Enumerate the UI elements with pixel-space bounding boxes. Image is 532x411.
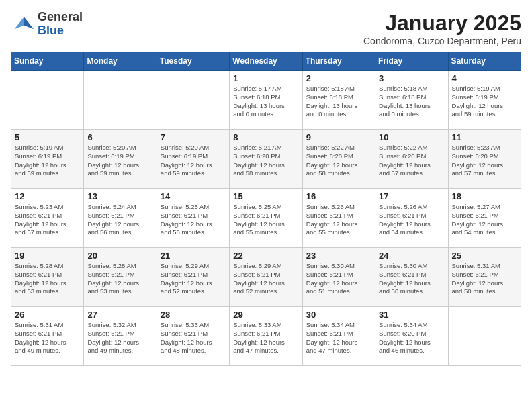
calendar-week-row: 26Sunrise: 5:31 AM Sunset: 6:21 PM Dayli… <box>11 307 521 366</box>
calendar-cell: 20Sunrise: 5:28 AM Sunset: 6:21 PM Dayli… <box>84 248 157 307</box>
day-info: Sunrise: 5:19 AM Sunset: 6:19 PM Dayligh… <box>452 85 517 119</box>
weekday-header: Monday <box>84 52 157 71</box>
day-number: 30 <box>306 310 371 320</box>
calendar-cell: 4Sunrise: 5:19 AM Sunset: 6:19 PM Daylig… <box>448 71 521 130</box>
day-number: 23 <box>306 250 371 261</box>
day-number: 5 <box>15 132 80 142</box>
day-number: 22 <box>233 250 298 261</box>
day-info: Sunrise: 5:34 AM Sunset: 6:21 PM Dayligh… <box>306 321 371 355</box>
calendar-cell: 1Sunrise: 5:17 AM Sunset: 6:18 PM Daylig… <box>230 71 302 130</box>
weekday-header: Thursday <box>302 52 375 71</box>
calendar-title: January 2025 <box>363 11 521 36</box>
day-number: 17 <box>379 191 444 201</box>
calendar-cell: 2Sunrise: 5:18 AM Sunset: 6:18 PM Daylig… <box>302 71 375 130</box>
day-info: Sunrise: 5:24 AM Sunset: 6:21 PM Dayligh… <box>87 203 152 237</box>
calendar-cell: 25Sunrise: 5:31 AM Sunset: 6:21 PM Dayli… <box>448 248 521 307</box>
calendar-cell: 13Sunrise: 5:24 AM Sunset: 6:21 PM Dayli… <box>84 189 157 248</box>
logo-text: General Blue <box>38 11 83 38</box>
day-number: 29 <box>233 310 298 320</box>
day-number: 26 <box>15 310 80 320</box>
day-number: 4 <box>452 73 517 83</box>
calendar-cell: 5Sunrise: 5:19 AM Sunset: 6:19 PM Daylig… <box>11 130 84 189</box>
logo: General Blue <box>11 11 83 38</box>
calendar-week-row: 12Sunrise: 5:23 AM Sunset: 6:21 PM Dayli… <box>11 189 521 248</box>
calendar-cell: 11Sunrise: 5:23 AM Sunset: 6:20 PM Dayli… <box>448 130 521 189</box>
day-info: Sunrise: 5:29 AM Sunset: 6:21 PM Dayligh… <box>161 262 226 296</box>
day-info: Sunrise: 5:31 AM Sunset: 6:21 PM Dayligh… <box>15 321 80 355</box>
day-number: 19 <box>15 250 80 261</box>
day-number: 25 <box>452 250 517 261</box>
day-number: 12 <box>15 191 80 201</box>
weekday-header: Sunday <box>11 52 84 71</box>
day-number: 7 <box>161 132 226 142</box>
calendar-cell: 26Sunrise: 5:31 AM Sunset: 6:21 PM Dayli… <box>11 307 84 366</box>
day-info: Sunrise: 5:19 AM Sunset: 6:19 PM Dayligh… <box>15 144 80 178</box>
calendar-cell: 15Sunrise: 5:25 AM Sunset: 6:21 PM Dayli… <box>230 189 302 248</box>
day-number: 21 <box>161 250 226 261</box>
day-info: Sunrise: 5:18 AM Sunset: 6:18 PM Dayligh… <box>379 85 444 119</box>
day-info: Sunrise: 5:33 AM Sunset: 6:21 PM Dayligh… <box>233 321 298 355</box>
day-info: Sunrise: 5:28 AM Sunset: 6:21 PM Dayligh… <box>87 262 152 296</box>
calendar-cell: 10Sunrise: 5:22 AM Sunset: 6:20 PM Dayli… <box>375 130 448 189</box>
calendar-cell: 22Sunrise: 5:29 AM Sunset: 6:21 PM Dayli… <box>230 248 302 307</box>
calendar-cell: 31Sunrise: 5:34 AM Sunset: 6:20 PM Dayli… <box>375 307 448 366</box>
calendar-cell: 18Sunrise: 5:27 AM Sunset: 6:21 PM Dayli… <box>448 189 521 248</box>
day-number: 8 <box>233 132 298 142</box>
calendar-week-row: 1Sunrise: 5:17 AM Sunset: 6:18 PM Daylig… <box>11 71 521 130</box>
day-info: Sunrise: 5:22 AM Sunset: 6:20 PM Dayligh… <box>379 144 444 178</box>
day-info: Sunrise: 5:34 AM Sunset: 6:20 PM Dayligh… <box>379 321 444 355</box>
day-number: 6 <box>87 132 152 142</box>
day-number: 15 <box>233 191 298 201</box>
day-number: 27 <box>87 310 152 320</box>
day-number: 1 <box>233 73 298 83</box>
day-info: Sunrise: 5:32 AM Sunset: 6:21 PM Dayligh… <box>87 321 152 355</box>
day-number: 20 <box>87 250 152 261</box>
day-info: Sunrise: 5:23 AM Sunset: 6:21 PM Dayligh… <box>15 203 80 237</box>
calendar-cell: 24Sunrise: 5:30 AM Sunset: 6:21 PM Dayli… <box>375 248 448 307</box>
day-number: 14 <box>161 191 226 201</box>
calendar-cell: 9Sunrise: 5:22 AM Sunset: 6:20 PM Daylig… <box>302 130 375 189</box>
calendar-cell: 14Sunrise: 5:25 AM Sunset: 6:21 PM Dayli… <box>157 189 229 248</box>
day-info: Sunrise: 5:20 AM Sunset: 6:19 PM Dayligh… <box>161 144 226 178</box>
day-number: 24 <box>379 250 444 261</box>
weekday-header: Wednesday <box>230 52 302 71</box>
day-number: 28 <box>161 310 226 320</box>
title-section: January 2025 Condoroma, Cuzco Department… <box>363 11 521 46</box>
logo-general: General <box>38 11 83 24</box>
calendar-cell <box>11 71 84 130</box>
day-info: Sunrise: 5:26 AM Sunset: 6:21 PM Dayligh… <box>306 203 371 237</box>
day-info: Sunrise: 5:17 AM Sunset: 6:18 PM Dayligh… <box>233 85 298 119</box>
calendar-week-row: 5Sunrise: 5:19 AM Sunset: 6:19 PM Daylig… <box>11 130 521 189</box>
calendar-cell: 29Sunrise: 5:33 AM Sunset: 6:21 PM Dayli… <box>230 307 302 366</box>
calendar-week-row: 19Sunrise: 5:28 AM Sunset: 6:21 PM Dayli… <box>11 248 521 307</box>
day-info: Sunrise: 5:31 AM Sunset: 6:21 PM Dayligh… <box>452 262 517 296</box>
day-info: Sunrise: 5:29 AM Sunset: 6:21 PM Dayligh… <box>233 262 298 296</box>
calendar-cell: 7Sunrise: 5:20 AM Sunset: 6:19 PM Daylig… <box>157 130 229 189</box>
calendar-cell <box>157 71 229 130</box>
day-info: Sunrise: 5:26 AM Sunset: 6:21 PM Dayligh… <box>379 203 444 237</box>
day-info: Sunrise: 5:33 AM Sunset: 6:21 PM Dayligh… <box>161 321 226 355</box>
calendar-cell: 30Sunrise: 5:34 AM Sunset: 6:21 PM Dayli… <box>302 307 375 366</box>
page-header: General Blue January 2025 Condoroma, Cuz… <box>11 11 521 46</box>
svg-marker-0 <box>24 17 34 29</box>
calendar-cell: 12Sunrise: 5:23 AM Sunset: 6:21 PM Dayli… <box>11 189 84 248</box>
day-info: Sunrise: 5:22 AM Sunset: 6:20 PM Dayligh… <box>306 144 371 178</box>
calendar-cell: 19Sunrise: 5:28 AM Sunset: 6:21 PM Dayli… <box>11 248 84 307</box>
day-number: 9 <box>306 132 371 142</box>
calendar-cell: 21Sunrise: 5:29 AM Sunset: 6:21 PM Dayli… <box>157 248 229 307</box>
day-info: Sunrise: 5:28 AM Sunset: 6:21 PM Dayligh… <box>15 262 80 296</box>
logo-icon <box>11 12 35 36</box>
svg-marker-1 <box>14 17 24 29</box>
calendar-cell: 27Sunrise: 5:32 AM Sunset: 6:21 PM Dayli… <box>84 307 157 366</box>
day-info: Sunrise: 5:25 AM Sunset: 6:21 PM Dayligh… <box>233 203 298 237</box>
day-info: Sunrise: 5:30 AM Sunset: 6:21 PM Dayligh… <box>379 262 444 296</box>
calendar-subtitle: Condoroma, Cuzco Department, Peru <box>363 36 521 46</box>
logo-blue: Blue <box>38 24 83 38</box>
day-number: 16 <box>306 191 371 201</box>
day-info: Sunrise: 5:18 AM Sunset: 6:18 PM Dayligh… <box>306 85 371 119</box>
calendar-cell: 16Sunrise: 5:26 AM Sunset: 6:21 PM Dayli… <box>302 189 375 248</box>
calendar-cell: 8Sunrise: 5:21 AM Sunset: 6:20 PM Daylig… <box>230 130 302 189</box>
day-number: 2 <box>306 73 371 83</box>
day-number: 18 <box>452 191 517 201</box>
weekday-header-row: SundayMondayTuesdayWednesdayThursdayFrid… <box>11 52 521 71</box>
